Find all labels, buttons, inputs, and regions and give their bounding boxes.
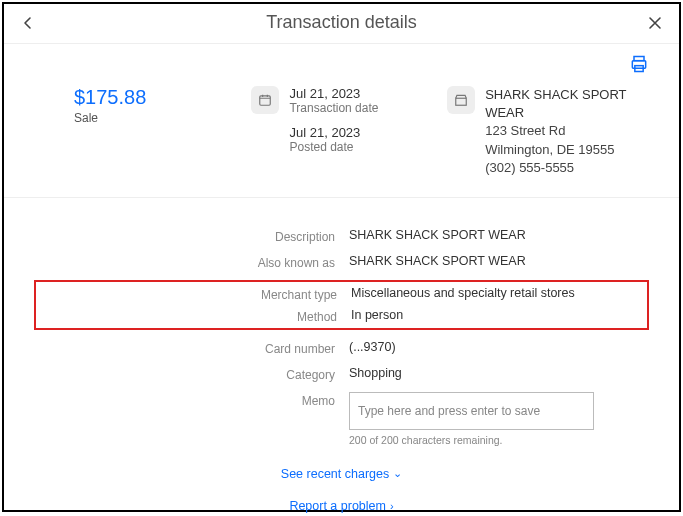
memo-char-count: 200 of 200 characters remaining. bbox=[349, 434, 594, 446]
method-label: Method bbox=[36, 308, 351, 324]
merchant-address-line2: Wilmington, DE 19555 bbox=[485, 141, 649, 159]
calendar-icon bbox=[251, 86, 279, 114]
transaction-type: Sale bbox=[74, 111, 251, 125]
report-problem-link[interactable]: Report a problem › bbox=[289, 499, 393, 513]
store-icon bbox=[447, 86, 475, 114]
merchant-address-line1: 123 Street Rd bbox=[485, 122, 649, 140]
merchant-name: SHARK SHACK SPORT WEAR bbox=[485, 86, 649, 122]
description-label: Description bbox=[34, 228, 349, 244]
card-number-value: (...9370) bbox=[349, 340, 649, 354]
description-value: SHARK SHACK SPORT WEAR bbox=[349, 228, 649, 242]
category-label: Category bbox=[34, 366, 349, 382]
back-button[interactable] bbox=[18, 13, 38, 33]
recent-charges-label: See recent charges bbox=[281, 467, 389, 481]
svg-rect-4 bbox=[456, 98, 467, 105]
close-button[interactable] bbox=[645, 13, 665, 33]
memo-label: Memo bbox=[34, 392, 349, 408]
aka-label: Also known as bbox=[34, 254, 349, 270]
highlighted-section: Merchant type Miscellaneous and specialt… bbox=[34, 280, 649, 330]
card-number-label: Card number bbox=[34, 340, 349, 356]
transaction-date: Jul 21, 2023 bbox=[289, 86, 378, 101]
memo-input[interactable]: Type here and press enter to save bbox=[349, 392, 594, 430]
merchant-phone: (302) 555-5555 bbox=[485, 159, 649, 177]
category-value: Shopping bbox=[349, 366, 649, 380]
method-value: In person bbox=[351, 308, 647, 322]
posted-date-label: Posted date bbox=[289, 140, 378, 154]
transaction-amount: $175.88 bbox=[74, 86, 251, 109]
merchant-type-value: Miscellaneous and specialty retail store… bbox=[351, 286, 647, 300]
print-icon[interactable] bbox=[629, 54, 649, 78]
posted-date: Jul 21, 2023 bbox=[289, 125, 378, 140]
chevron-right-icon: › bbox=[390, 500, 394, 512]
merchant-type-label: Merchant type bbox=[36, 286, 351, 302]
report-problem-label: Report a problem bbox=[289, 499, 386, 513]
page-title: Transaction details bbox=[38, 12, 645, 33]
svg-rect-3 bbox=[260, 96, 271, 105]
see-recent-charges-link[interactable]: See recent charges ⌄ bbox=[281, 467, 402, 481]
chevron-down-icon: ⌄ bbox=[393, 467, 402, 480]
aka-value: SHARK SHACK SPORT WEAR bbox=[349, 254, 649, 268]
transaction-date-label: Transaction date bbox=[289, 101, 378, 115]
